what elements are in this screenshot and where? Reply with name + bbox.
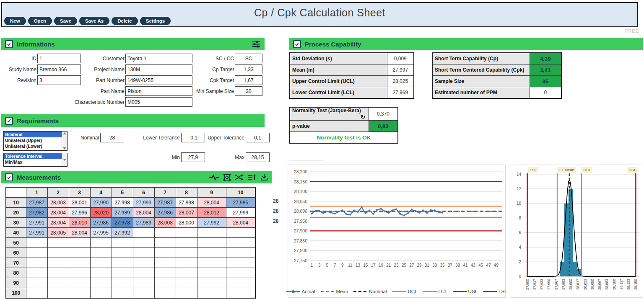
measurement-cell[interactable]: 27,982 bbox=[26, 208, 47, 218]
measurement-cell[interactable]: 28,004 bbox=[69, 228, 90, 238]
list-option-min-max[interactable]: Min/Max bbox=[4, 159, 62, 165]
measurement-cell[interactable]: 28,004 bbox=[47, 218, 69, 228]
measurement-cell[interactable] bbox=[90, 258, 112, 268]
measurement-cell[interactable]: 27,998 bbox=[112, 198, 133, 208]
measurement-cell[interactable] bbox=[226, 288, 255, 299]
checked-checkbox-icon[interactable] bbox=[5, 117, 13, 125]
measurement-cell[interactable] bbox=[133, 228, 154, 238]
refresh-icon[interactable]: ↻ bbox=[361, 113, 366, 120]
measurement-cell[interactable]: 27,993 bbox=[133, 198, 154, 208]
open-button[interactable]: Open bbox=[28, 17, 52, 25]
measurement-cell[interactable] bbox=[90, 238, 112, 248]
measurement-cell[interactable]: 27,990 bbox=[90, 198, 112, 208]
measurement-cell[interactable]: 28,004 bbox=[197, 198, 226, 208]
list-option-unilateral-upper-[interactable]: Unilateral (Upper) bbox=[4, 137, 62, 143]
measurement-cell[interactable] bbox=[112, 248, 133, 258]
save-as-button[interactable]: Save As bbox=[79, 17, 109, 25]
measurement-cell[interactable]: 27,996 bbox=[69, 208, 90, 218]
measurement-cell[interactable] bbox=[90, 288, 112, 299]
measurement-cell[interactable]: 27,986 bbox=[154, 208, 176, 218]
measurement-cell[interactable]: 27,991 bbox=[26, 228, 47, 238]
measurement-cell[interactable] bbox=[176, 258, 197, 268]
run-chart[interactable]: 28,20028,15028,10028,05028,00027,95027,9… bbox=[288, 165, 506, 298]
sliders-icon[interactable] bbox=[252, 40, 261, 48]
measurement-cell[interactable] bbox=[154, 268, 176, 278]
measurement-cell[interactable]: 27,992 bbox=[197, 218, 226, 228]
measurement-cell[interactable] bbox=[133, 268, 154, 278]
measurement-cell[interactable] bbox=[197, 268, 226, 278]
measurement-cell[interactable] bbox=[47, 238, 69, 248]
import-icon[interactable] bbox=[260, 174, 268, 181]
measurement-cell[interactable] bbox=[47, 248, 69, 258]
measurement-cell[interactable] bbox=[47, 268, 69, 278]
input[interactable]: 1,67 bbox=[235, 75, 262, 85]
measurement-cell[interactable]: 28,012 bbox=[197, 208, 226, 218]
measurement-cell[interactable] bbox=[26, 268, 47, 278]
sort-icon[interactable] bbox=[247, 174, 257, 181]
measurement-cell[interactable]: 27,978 bbox=[112, 218, 133, 228]
measurement-cell[interactable] bbox=[69, 268, 90, 278]
measurement-cell[interactable] bbox=[133, 238, 154, 248]
list-option-tolerance-interval[interactable]: Tolerance Interval bbox=[4, 153, 62, 159]
measurement-cell[interactable] bbox=[69, 248, 90, 258]
frame-icon[interactable] bbox=[223, 173, 231, 181]
new-button[interactable]: New bbox=[4, 17, 26, 25]
checked-checkbox-icon[interactable] bbox=[5, 173, 13, 181]
measurement-cell[interactable]: 28,003 bbox=[47, 198, 69, 208]
measurement-cell[interactable] bbox=[112, 288, 133, 299]
list-option-unilateral-lower-[interactable]: Unilateral (Lower) bbox=[4, 143, 62, 149]
histogram-chart[interactable]: 02468101214LSLLCLMeanUCLUSL27,90027,9172… bbox=[511, 165, 642, 298]
measurement-cell[interactable] bbox=[90, 248, 112, 258]
measurement-cell[interactable]: 27,995 bbox=[90, 228, 112, 238]
chevron-down-icon[interactable] bbox=[63, 159, 66, 161]
measurement-cell[interactable] bbox=[154, 278, 176, 288]
input[interactable]: 1,33 bbox=[235, 64, 262, 74]
measurement-cell[interactable] bbox=[197, 248, 226, 258]
measurement-cell[interactable] bbox=[154, 288, 176, 299]
measurement-cell[interactable] bbox=[26, 248, 47, 258]
measurement-cell[interactable] bbox=[226, 228, 255, 238]
measurement-cell[interactable] bbox=[112, 258, 133, 268]
measurement-cell[interactable] bbox=[154, 238, 176, 248]
measurement-cell[interactable]: 27,987 bbox=[26, 198, 47, 208]
checked-checkbox-icon[interactable] bbox=[293, 40, 301, 48]
activity-icon[interactable] bbox=[209, 174, 219, 181]
measurement-cell[interactable] bbox=[176, 278, 197, 288]
list-option-bilateral[interactable]: Bilateral bbox=[4, 131, 62, 137]
upper-tolerance-input[interactable]: 0,1 bbox=[246, 133, 270, 142]
measurement-cell[interactable] bbox=[133, 248, 154, 258]
measurement-cell[interactable] bbox=[69, 238, 90, 248]
measurement-cell[interactable] bbox=[197, 278, 226, 288]
measurement-cell[interactable] bbox=[226, 238, 255, 248]
measurement-cell[interactable] bbox=[133, 278, 154, 288]
measurement-cell[interactable] bbox=[26, 238, 47, 248]
measurement-cell[interactable]: 28,001 bbox=[69, 198, 90, 208]
measurement-cell[interactable] bbox=[133, 258, 154, 268]
measurement-cell[interactable]: 28,004 bbox=[133, 208, 154, 218]
measurement-cell[interactable]: 28,008 bbox=[154, 218, 176, 228]
measurement-cell[interactable] bbox=[112, 278, 133, 288]
measurement-cell[interactable] bbox=[197, 288, 226, 299]
measurement-cell[interactable] bbox=[154, 248, 176, 258]
measurement-cell[interactable] bbox=[69, 258, 90, 268]
measurement-cell[interactable] bbox=[226, 278, 255, 288]
measurement-cell[interactable]: 27,992 bbox=[112, 228, 133, 238]
checked-checkbox-icon[interactable] bbox=[5, 40, 13, 48]
measurement-cell[interactable]: 27,985 bbox=[226, 198, 255, 208]
measurement-cell[interactable]: 28,020 bbox=[90, 208, 112, 218]
measurement-cell[interactable]: 27,991 bbox=[26, 218, 47, 228]
measurement-cell[interactable] bbox=[176, 238, 197, 248]
input[interactable]: M005 bbox=[125, 97, 192, 107]
measurement-cell[interactable] bbox=[226, 268, 255, 278]
measurement-cell[interactable] bbox=[226, 248, 255, 258]
measurement-cell[interactable]: 28,010 bbox=[69, 218, 90, 228]
measurement-cell[interactable] bbox=[154, 258, 176, 268]
input[interactable]: SC bbox=[235, 54, 262, 63]
measurement-cell[interactable] bbox=[154, 228, 176, 238]
measurement-cell[interactable]: 27,999 bbox=[226, 208, 255, 218]
measurement-cell[interactable] bbox=[176, 248, 197, 258]
measurement-cell[interactable] bbox=[176, 268, 197, 278]
scroll-down-icon[interactable] bbox=[63, 147, 66, 150]
input[interactable]: 30 bbox=[235, 86, 262, 96]
measurement-cell[interactable]: 27,987 bbox=[154, 198, 176, 208]
